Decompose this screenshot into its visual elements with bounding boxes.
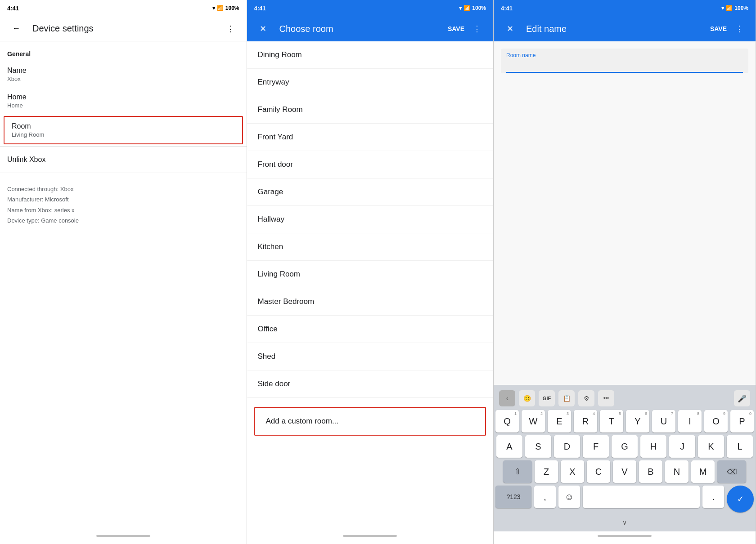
room-living-room[interactable]: Living Room: [247, 261, 494, 288]
choose-room-app-bar: ✕ Choose room SAVE ⋮: [247, 16, 494, 41]
name-setting[interactable]: Name Xbox: [0, 61, 247, 88]
choose-room-panel: 4:41 ▾ 📶 100% ✕ Choose room SAVE ⋮ Dinin…: [247, 0, 494, 544]
room-shed[interactable]: Shed: [247, 343, 494, 370]
close-button-2[interactable]: ✕: [254, 20, 272, 38]
key-w[interactable]: 2W: [522, 410, 545, 433]
keyboard-row-3: ⇧ Z X C V B N M ⌫: [495, 460, 754, 483]
comma-key[interactable]: ,: [534, 486, 556, 508]
more-button-3[interactable]: ⋮: [730, 20, 748, 38]
signal-icon: 📶: [217, 5, 224, 11]
key-r[interactable]: 4R: [574, 410, 597, 433]
enter-key[interactable]: ✓: [727, 486, 754, 513]
room-setting[interactable]: Room Living Room: [4, 116, 243, 144]
key-n[interactable]: N: [665, 460, 688, 483]
keyboard-mic-btn[interactable]: 🎤: [734, 390, 750, 406]
keyboard-toolbar: ‹ 🙂 GIF 📋 ⚙ ••• 🎤: [495, 388, 754, 410]
key-p[interactable]: 0P: [730, 410, 754, 433]
room-garage[interactable]: Garage: [247, 178, 494, 206]
time-3: 4:41: [501, 5, 513, 12]
keyboard-clipboard-btn[interactable]: 📋: [558, 390, 575, 406]
manufacturer: Manufacturer: Microsoft: [7, 194, 239, 205]
room-dining-room[interactable]: Dining Room: [247, 41, 494, 69]
key-i[interactable]: 8I: [678, 410, 702, 433]
home-setting[interactable]: Home Home: [0, 88, 247, 114]
keyboard-gif-btn[interactable]: GIF: [539, 390, 555, 406]
bottom-handle-2: [343, 535, 397, 537]
key-v[interactable]: V: [613, 460, 636, 483]
key-h[interactable]: H: [640, 435, 666, 458]
bottom-handle-3: [598, 535, 652, 537]
room-master-bedroom[interactable]: Master Bedroom: [247, 288, 494, 316]
keyboard-back-btn[interactable]: ‹: [499, 390, 515, 406]
more-button-2[interactable]: ⋮: [468, 20, 486, 38]
room-value: Living Room: [12, 131, 235, 138]
wifi-icon: ▾: [212, 5, 215, 11]
key-j[interactable]: J: [669, 435, 695, 458]
room-kitchen[interactable]: Kitchen: [247, 233, 494, 261]
key-y[interactable]: 6Y: [626, 410, 649, 433]
key-o[interactable]: 9O: [704, 410, 728, 433]
choose-room-title: Choose room: [279, 24, 444, 34]
room-front-yard[interactable]: Front Yard: [247, 124, 494, 151]
room-side-door[interactable]: Side door: [247, 370, 494, 398]
key-e[interactable]: 3E: [548, 410, 571, 433]
key-k[interactable]: K: [698, 435, 724, 458]
unlink-button[interactable]: Unlink Xbox: [0, 148, 247, 171]
key-a[interactable]: A: [496, 435, 522, 458]
status-icons-2: ▾ 📶 100%: [459, 5, 486, 11]
key-d[interactable]: D: [554, 435, 580, 458]
status-bar-2: 4:41 ▾ 📶 100%: [247, 0, 494, 16]
device-info: Connected through: Xbox Manufacturer: Mi…: [0, 175, 247, 235]
keyboard-more-btn[interactable]: •••: [598, 390, 614, 406]
symbols-key[interactable]: ?123: [495, 486, 531, 508]
status-icons-1: ▾ 📶 100%: [212, 5, 239, 11]
keyboard-emoji-btn[interactable]: 🙂: [519, 390, 535, 406]
keyboard-row-4: ?123 , ☺ . ✓: [495, 486, 754, 513]
key-x[interactable]: X: [561, 460, 584, 483]
room-office[interactable]: Office: [247, 316, 494, 343]
period-key[interactable]: .: [702, 486, 724, 508]
time-1: 4:41: [7, 5, 19, 12]
key-c[interactable]: C: [587, 460, 610, 483]
shift-key[interactable]: ⇧: [503, 460, 532, 483]
key-s[interactable]: S: [525, 435, 551, 458]
key-g[interactable]: G: [612, 435, 638, 458]
general-section-title: General: [0, 41, 247, 61]
delete-key[interactable]: ⌫: [717, 460, 746, 483]
space-key[interactable]: [583, 486, 700, 508]
home-value: Home: [7, 102, 239, 109]
keyboard-settings-btn[interactable]: ⚙: [578, 390, 594, 406]
key-z[interactable]: Z: [535, 460, 558, 483]
settings-content: General Name Xbox Home Home Room Living …: [0, 41, 247, 531]
smiley-key[interactable]: ☺: [558, 486, 580, 508]
key-u[interactable]: 7U: [652, 410, 675, 433]
room-hallway[interactable]: Hallway: [247, 206, 494, 233]
key-q[interactable]: 1Q: [495, 410, 519, 433]
keyboard-row-1: 1Q 2W 3E 4R 5T 6Y 7U 8I 9O 0P: [495, 410, 754, 433]
room-front-door[interactable]: Front door: [247, 151, 494, 178]
room-name-input[interactable]: [506, 60, 743, 72]
key-t[interactable]: 5T: [600, 410, 623, 433]
status-bar-3: 4:41 ▾ 📶 100%: [494, 0, 756, 16]
more-button[interactable]: ⋮: [221, 20, 239, 38]
keyboard-hide-btn[interactable]: ∨: [495, 515, 754, 528]
room-family-room[interactable]: Family Room: [247, 96, 494, 124]
room-list: Dining Room Entryway Family Room Front Y…: [247, 41, 494, 531]
name-value: Xbox: [7, 76, 239, 82]
edit-name-title: Edit name: [526, 24, 706, 34]
room-label: Room: [12, 122, 235, 130]
back-button[interactable]: ←: [7, 20, 25, 38]
device-settings-panel: 4:41 ▾ 📶 100% ← Device settings ⋮ Genera…: [0, 0, 247, 544]
key-b[interactable]: B: [639, 460, 662, 483]
room-entryway[interactable]: Entryway: [247, 69, 494, 96]
edit-name-app-bar: ✕ Edit name SAVE ⋮: [494, 16, 756, 41]
save-button-3[interactable]: SAVE: [706, 25, 730, 32]
key-f[interactable]: F: [583, 435, 609, 458]
close-button-3[interactable]: ✕: [501, 20, 519, 38]
key-l[interactable]: L: [727, 435, 753, 458]
save-button-2[interactable]: SAVE: [444, 25, 468, 32]
text-field-container[interactable]: Room name: [501, 49, 748, 73]
key-m[interactable]: M: [691, 460, 715, 483]
add-custom-room-button[interactable]: Add a custom room...: [254, 407, 486, 436]
edit-name-content: Room name: [494, 41, 756, 385]
